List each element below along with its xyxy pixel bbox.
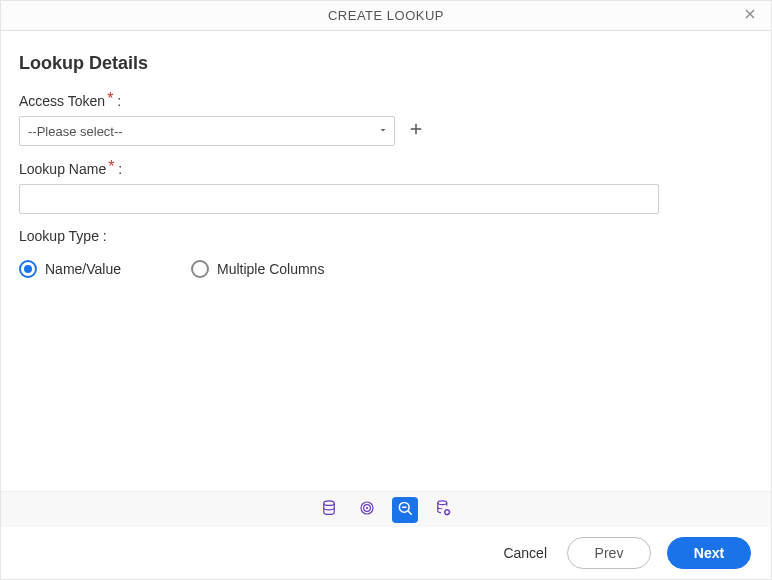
svg-point-5 <box>438 501 447 505</box>
create-lookup-modal: CREATE LOOKUP Lookup Details Access Toke… <box>0 0 772 580</box>
access-token-value: --Please select-- <box>28 124 123 139</box>
wizard-step-bar <box>1 491 771 527</box>
step-4[interactable] <box>430 497 456 523</box>
lookup-name-group: Lookup Name* : <box>19 160 753 214</box>
radio-name-value[interactable]: Name/Value <box>19 260 121 278</box>
modal-footer: Cancel Prev Next <box>1 527 771 579</box>
access-token-row: --Please select-- <box>19 116 753 146</box>
required-asterisk: * <box>107 90 113 107</box>
lookup-name-label: Lookup Name* : <box>19 160 122 178</box>
access-token-group: Access Token* : --Please select-- <box>19 92 753 146</box>
prev-button[interactable]: Prev <box>567 537 651 569</box>
radio-label: Name/Value <box>45 261 121 277</box>
lookup-type-label: Lookup Type : <box>19 228 107 244</box>
database-icon <box>320 499 338 520</box>
close-icon <box>742 1 758 31</box>
modal-body: Lookup Details Access Token* : --Please … <box>1 31 771 491</box>
next-button[interactable]: Next <box>667 537 751 569</box>
radio-icon <box>19 260 37 278</box>
close-button[interactable] <box>735 1 765 31</box>
radio-icon <box>191 260 209 278</box>
add-access-token-button[interactable] <box>407 122 425 140</box>
search-zoom-icon <box>396 499 414 520</box>
modal-header: CREATE LOOKUP <box>1 1 771 31</box>
lookup-type-group: Lookup Type : Name/Value Multiple Column… <box>19 228 753 278</box>
step-3[interactable] <box>392 497 418 523</box>
svg-point-3 <box>366 507 368 509</box>
section-title: Lookup Details <box>19 53 753 74</box>
radio-multiple-columns[interactable]: Multiple Columns <box>191 260 324 278</box>
access-token-select-wrap: --Please select-- <box>19 116 395 146</box>
svg-point-0 <box>324 501 335 506</box>
step-1[interactable] <box>316 497 342 523</box>
database-gear-icon <box>434 499 452 520</box>
cancel-button[interactable]: Cancel <box>499 539 551 567</box>
radio-label: Multiple Columns <box>217 261 324 277</box>
lookup-name-input[interactable] <box>19 184 659 214</box>
plus-icon <box>407 120 425 143</box>
lookup-type-radiogroup: Name/Value Multiple Columns <box>19 260 753 278</box>
access-token-select[interactable]: --Please select-- <box>19 116 395 146</box>
access-token-label: Access Token* : <box>19 92 121 110</box>
step-2[interactable] <box>354 497 380 523</box>
target-icon <box>358 499 376 520</box>
required-asterisk: * <box>108 158 114 175</box>
modal-title: CREATE LOOKUP <box>328 8 444 23</box>
